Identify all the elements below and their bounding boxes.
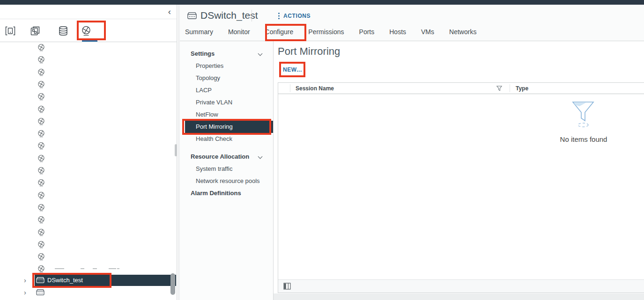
tab-monitor[interactable]: Monitor (228, 25, 250, 41)
content-area: DSwitch_test ACTIONS SummaryMonitorConfi… (180, 5, 644, 300)
tree-item-portgroup[interactable] (37, 241, 45, 249)
nav-item-label: Private VLAN (196, 99, 232, 106)
nav-item-netflow[interactable]: NetFlow (180, 109, 273, 121)
inventory-object-tabs (0, 19, 177, 42)
inventory-tree: › DSwitch_test › (0, 42, 177, 300)
tree-item-portgroup[interactable] (37, 216, 45, 224)
tree-item-portgroup[interactable] (37, 265, 45, 273)
tree-text-artifact (109, 268, 116, 269)
table-header: Session Name Type (278, 83, 644, 94)
filter-icon[interactable] (496, 86, 502, 91)
nav-item-properties[interactable]: Properties (180, 60, 273, 72)
tree-item-portgroup[interactable] (37, 105, 45, 113)
distributed-portgroup-icon (37, 265, 45, 273)
column-header-type[interactable]: Type (516, 85, 528, 92)
tab-summary[interactable]: Summary (185, 25, 213, 41)
tree-text-artifact (117, 268, 119, 269)
nav-item-system-traffic[interactable]: System traffic (180, 163, 273, 175)
nav-item-resource-allocation[interactable]: Resource Allocation (180, 151, 273, 163)
new-session-button[interactable]: NEW... (283, 66, 302, 73)
nav-item-alarm-definitions[interactable]: Alarm Definitions (180, 187, 273, 199)
nav-item-private-vlan[interactable]: Private VLAN (180, 96, 273, 109)
tab-hosts[interactable]: Hosts (389, 25, 406, 41)
table-body: No items found (278, 94, 644, 279)
panel-resize-handle[interactable] (175, 144, 177, 156)
page-title: DSwitch_test (200, 10, 258, 21)
tab-ports[interactable]: Ports (359, 25, 375, 41)
tree-text-artifact (55, 268, 64, 269)
nav-item-topology[interactable]: Topology (180, 72, 273, 84)
tree-item-portgroup[interactable] (37, 68, 45, 76)
expand-chevron-icon[interactable]: › (24, 288, 26, 297)
tab-networks[interactable]: Networks (449, 25, 476, 41)
distributed-portgroup-icon (37, 228, 45, 236)
distributed-switch-icon (36, 289, 45, 296)
tree-scrollbar-thumb[interactable] (170, 273, 175, 295)
tree-item-dswitch-test[interactable]: › DSwitch_test (0, 275, 177, 286)
distributed-portgroup-icon (37, 44, 45, 51)
distributed-portgroup-icon (37, 191, 45, 199)
tree-item-portgroup[interactable] (37, 56, 45, 64)
active-object-tab-underline (82, 40, 97, 42)
distributed-portgroup-icon (37, 105, 45, 113)
nav-item-label: LACP (196, 87, 212, 94)
storage-icon[interactable] (58, 25, 69, 37)
networking-icon[interactable] (81, 25, 92, 37)
empty-state: No items found (537, 101, 630, 143)
tree-item-label: DSwitch_test (47, 277, 83, 284)
distributed-switch-icon-slot (36, 277, 45, 284)
column-selector-icon[interactable] (283, 283, 291, 290)
expand-chevron-icon[interactable]: › (24, 276, 26, 285)
column-divider (510, 84, 510, 92)
nav-item-health-check[interactable]: Health Check (180, 133, 273, 145)
collapse-sidebar-icon[interactable]: ‹ (168, 5, 171, 18)
distributed-portgroup-icon (37, 154, 45, 162)
distributed-switch-icon (36, 277, 45, 284)
top-black-bar (0, 0, 644, 5)
nav-item-label: Properties (196, 62, 223, 69)
distributed-portgroup-icon (37, 253, 45, 261)
sidebar-top-row: ‹ (0, 5, 177, 19)
tree-item-portgroup[interactable] (37, 179, 45, 187)
distributed-portgroup-icon (37, 68, 45, 76)
empty-funnel-icon (572, 101, 595, 129)
tree-item-portgroup[interactable] (37, 154, 45, 162)
distributed-switch-icon-title (186, 12, 198, 20)
tree-item-portgroup[interactable] (37, 191, 45, 199)
distributed-portgroup-icon (37, 216, 45, 224)
tree-item-portgroup[interactable] (37, 253, 45, 261)
tree-item-portgroup[interactable] (37, 130, 45, 138)
tree-item-portgroup[interactable] (37, 167, 45, 175)
distributed-portgroup-icon (37, 56, 45, 64)
distributed-portgroup-icon (37, 167, 45, 175)
hosts-and-clusters-icon[interactable] (5, 25, 16, 37)
column-header-session-name[interactable]: Session Name (296, 85, 334, 92)
entity-header: DSwitch_test ACTIONS SummaryMonitorConfi… (180, 5, 644, 41)
tree-item-portgroup[interactable] (37, 142, 45, 150)
tree-item-dswitch-2[interactable]: › (0, 287, 177, 298)
tab-configure[interactable]: Configure (265, 25, 294, 41)
chevron-down-icon (258, 51, 263, 56)
tab-vms[interactable]: VMs (421, 25, 434, 41)
nav-item-network-resource-pools[interactable]: Network resource pools (180, 175, 273, 187)
distributed-portgroup-icon (37, 142, 45, 150)
tree-item-portgroup[interactable] (37, 44, 45, 51)
actions-menu-button[interactable]: ACTIONS (278, 12, 311, 20)
nav-item-settings[interactable]: Settings (180, 48, 273, 60)
configure-nav: SettingsPropertiesTopologyLACPPrivate VL… (180, 41, 274, 300)
table-footer (278, 279, 644, 293)
inventory-sidebar: ‹ (0, 5, 177, 300)
nav-item-lacp[interactable]: LACP (180, 84, 273, 96)
tree-item-portgroup[interactable] (37, 204, 45, 212)
tree-item-portgroup[interactable] (37, 117, 45, 125)
tab-permissions[interactable]: Permissions (308, 25, 344, 41)
tree-item-portgroup[interactable] (37, 93, 45, 101)
tree-item-portgroup[interactable] (37, 228, 45, 236)
tree-item-portgroup[interactable] (37, 80, 45, 88)
vms-and-templates-icon[interactable] (30, 25, 41, 37)
distributed-portgroup-icon (37, 117, 45, 125)
distributed-portgroup-icon (37, 179, 45, 187)
column-divider (290, 84, 290, 92)
nav-item-port-mirroring[interactable]: Port Mirroring (185, 121, 273, 133)
page-background-strip (274, 293, 644, 300)
